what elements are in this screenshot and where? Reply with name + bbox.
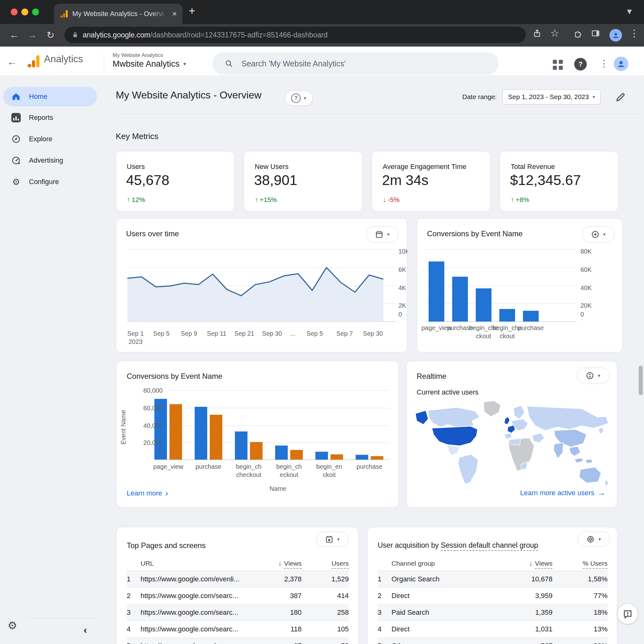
svg-text:40,000: 40,000 <box>143 422 163 429</box>
table-settings-button[interactable]: ▾ <box>577 532 610 547</box>
feedback-button[interactable] <box>617 603 638 624</box>
svg-text:0: 0 <box>398 311 402 318</box>
map-southeast-asia <box>569 447 580 456</box>
metric-value: 2m 34s <box>382 172 429 188</box>
metric-value: 45,678 <box>126 172 169 188</box>
svg-text:...: ... <box>290 330 296 337</box>
property-selector[interactable]: Mwbsite Analytics ▾ <box>113 59 186 69</box>
browser-tab[interactable]: My Website Analytics - Overvi × <box>54 4 182 24</box>
browser-reload-icon[interactable]: ↻ <box>47 30 54 41</box>
map-australia <box>579 467 601 483</box>
sidebar-item-label: Advertising <box>29 156 63 164</box>
traffic-light-zoom[interactable] <box>32 8 39 15</box>
url-bar[interactable]: analytics.google.com/dashboard/roid=1243… <box>64 27 526 43</box>
table-row: 5Other56720% <box>378 638 608 644</box>
browser-profile-avatar[interactable] <box>609 29 622 42</box>
ga-back-icon[interactable]: ← <box>7 56 17 68</box>
sidebar-item-label: Home <box>29 92 47 101</box>
browser-menu-dots-icon[interactable]: ⋮ <box>630 28 639 39</box>
conversions-bar-chart: 80K60K40K20K0page_viewpurchasebegin_chec… <box>417 219 623 353</box>
column-views[interactable]: ↓Views <box>508 560 552 567</box>
column-users[interactable]: Users <box>302 560 349 567</box>
sidebar-item-configure[interactable]: ⚙ Configure <box>0 172 101 191</box>
column-channel-group[interactable]: Channel group <box>391 560 508 567</box>
sidebar-item-advertising[interactable]: Advertising <box>0 151 101 170</box>
apps-grid-icon[interactable] <box>553 60 563 70</box>
sidebar-item-home[interactable]: Home <box>0 87 101 106</box>
metric-card-users: Users 45,678 ↑ 12% <box>116 151 235 211</box>
metric-delta: ↓ -5% <box>383 196 400 203</box>
home-icon <box>11 92 21 101</box>
map-indonesia <box>574 458 583 463</box>
table-row: 1https://www.google.com/evenli...2,3781,… <box>127 571 349 588</box>
title-dimension[interactable]: Session default channel group <box>441 541 538 551</box>
map-new-zealand <box>605 480 608 486</box>
sidebar-collapse-icon[interactable]: ‹ <box>84 624 87 636</box>
svg-text:80,000: 80,000 <box>143 387 163 394</box>
title-help-button[interactable]: ? ▾ <box>285 91 313 106</box>
page-scrollbar-thumb[interactable] <box>639 366 643 395</box>
column-percent-users[interactable]: % Users <box>552 560 608 567</box>
map-india <box>554 443 563 458</box>
sidebar-item-explore[interactable]: Explore <box>0 129 101 149</box>
traffic-light-close[interactable] <box>11 8 18 15</box>
side-panel-icon[interactable] <box>591 29 600 38</box>
map-alaska <box>415 411 428 425</box>
map-france <box>507 425 515 433</box>
map-south-america <box>458 454 478 484</box>
edit-pencil-icon[interactable] <box>615 91 626 103</box>
analytics-wordmark: Analytics <box>44 53 83 65</box>
map-canada <box>428 408 480 427</box>
conversions-grouped-chart: 80,00060,00040,00020,0000page_viewpurcha… <box>117 361 399 508</box>
realtime-options-button[interactable]: ▾ <box>577 368 609 384</box>
sidebar-divider <box>26 618 101 618</box>
learn-more-active-users-link[interactable]: Learn more active users → <box>520 488 606 498</box>
table-row: 2Direct3,95977% <box>378 588 608 604</box>
bookmark-star-icon[interactable]: ☆ <box>550 27 559 39</box>
ga-profile-avatar[interactable] <box>614 57 628 71</box>
person-icon <box>616 59 626 69</box>
tab-search-chevron-icon[interactable]: ▾ <box>627 6 632 17</box>
extensions-puzzle-icon[interactable] <box>574 29 582 38</box>
header-menu-dots-icon[interactable]: ⋮ <box>599 58 609 69</box>
new-tab-button[interactable]: + <box>189 4 195 18</box>
metric-label: New Users <box>255 163 289 171</box>
column-views[interactable]: ↓Views <box>258 560 302 567</box>
svg-text:purchase: purchase <box>357 463 382 470</box>
table-date-button[interactable]: ▾ <box>316 532 349 547</box>
date-range-label: Date range: <box>462 93 497 101</box>
svg-text:Sep 21: Sep 21 <box>234 330 254 337</box>
table-title: User acquisition by Session default chan… <box>378 541 538 550</box>
admin-gear-icon[interactable]: ⚙ <box>8 619 17 632</box>
svg-text:begin_checkout: begin_checkout <box>276 463 302 478</box>
table-row: 4https://www.google.com/searc...118105 <box>127 621 349 638</box>
world-map <box>411 399 612 493</box>
metric-delta: ↑ 12% <box>127 196 145 203</box>
metric-value: $12,345.67 <box>510 172 581 188</box>
learn-more-link[interactable]: Learn more › <box>127 488 168 498</box>
realtime-subtitle: Current active users <box>417 388 479 397</box>
url-host: analytics.google.com <box>83 31 150 39</box>
feedback-bubble-icon <box>623 609 633 619</box>
share-icon[interactable] <box>533 29 541 38</box>
user-acquisition-table: Channel group ↓Views % Users 1Organic Se… <box>378 556 608 644</box>
browser-forward-icon[interactable]: → <box>28 30 37 40</box>
date-range-selector[interactable]: Sep 1, 2023 - Sep 30, 2023 ▾ <box>502 89 601 104</box>
table-row: 3Paid Search1,35918% <box>378 604 608 621</box>
svg-text:Sep 9: Sep 9 <box>181 330 197 337</box>
column-url[interactable]: URL <box>141 560 258 567</box>
tab-close-icon[interactable]: × <box>172 9 177 18</box>
svg-text:40K: 40K <box>580 284 592 291</box>
header-divider <box>104 54 104 72</box>
svg-text:10K: 10K <box>398 248 408 255</box>
help-icon[interactable]: ? <box>574 58 587 70</box>
learn-more-label: Learn more active users <box>520 489 594 497</box>
search-input[interactable]: Search 'My Website Analytics' <box>213 52 499 75</box>
analytics-logo <box>26 54 41 69</box>
sidebar-item-reports[interactable]: Reports <box>0 108 101 127</box>
traffic-light-minimize[interactable] <box>21 8 28 15</box>
browser-back-icon[interactable]: ← <box>9 30 19 40</box>
reports-icon <box>11 113 21 122</box>
map-middle-east <box>532 433 545 443</box>
svg-text:80K: 80K <box>580 248 592 255</box>
